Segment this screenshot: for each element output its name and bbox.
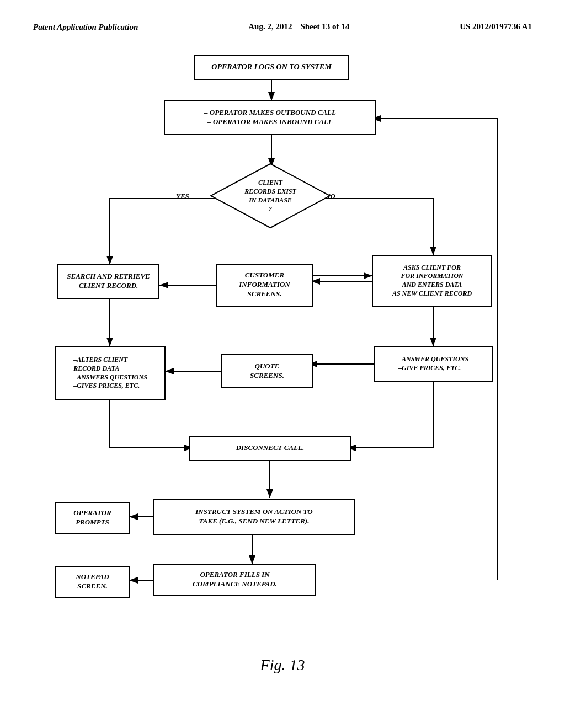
quote-screens-box: QUOTE SCREENS. [221,354,313,388]
page-header: Patent Application Publication Aug. 2, 2… [33,22,532,33]
publication-date: Aug. 2, 2012 Sheet 13 of 14 [248,22,349,31]
asks-client-box: ASKS CLIENT FOR FOR INFORMATION AND ENTE… [372,255,492,307]
operator-prompts-box: OPERATOR PROMPTS [55,502,130,534]
svg-marker-14 [211,164,330,228]
svg-text:?: ? [269,205,272,213]
operator-calls-box: – OPERATOR MAKES OUTBOUND CALL – OPERATO… [164,100,376,135]
client-records-diamond: CLIENT RECORDS EXIST IN DATABASE ? [210,163,331,229]
figure-label: Fig. 13 [33,656,532,674]
yes-label: YES [176,192,189,201]
publication-title: Patent Application Publication [33,22,138,33]
search-retrieve-box: SEARCH AND RETRIEVE CLIENT RECORD. [57,264,159,299]
svg-text:CLIENT: CLIENT [258,179,283,186]
notepad-screen-box: NOTEPAD SCREEN. [55,566,130,598]
operator-logs-on-box: OPERATOR LOGS ON TO SYSTEM [194,55,349,80]
svg-text:IN DATABASE: IN DATABASE [248,196,292,204]
patent-number: US 2012/0197736 A1 [460,22,532,31]
customer-info-box: CUSTOMER INFORMATION SCREENS. [216,264,313,307]
svg-text:RECORDS EXIST: RECORDS EXIST [244,188,296,195]
alters-client-box: –ALTERS CLIENT RECORD DATA –ANSWERS QUES… [55,346,166,400]
page: Patent Application Publication Aug. 2, 2… [0,0,565,728]
instruct-system-box: INSTRUCT SYSTEM ON ACTION TO TAKE (E.G.,… [153,499,355,535]
flowchart: YES NO OPERATOR LOGS ON TO SYSTEM – OPER… [45,50,520,645]
compliance-notepad-box: OPERATOR FILLS IN COMPLIANCE NOTEPAD. [153,564,316,596]
answer-questions-box: –ANSWER QUESTIONS –GIVE PRICES, ETC. [374,346,493,382]
disconnect-call-box: DISCONNECT CALL. [189,436,351,461]
